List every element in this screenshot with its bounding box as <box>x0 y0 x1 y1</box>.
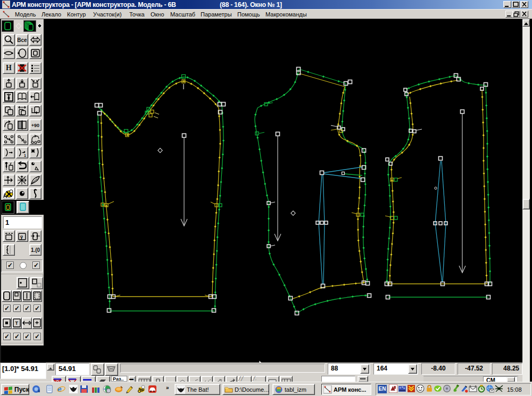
svg-text:T: T <box>15 321 19 326</box>
svg-text:1: 1 <box>24 154 26 157</box>
svg-text:e: e <box>57 385 62 393</box>
svg-text:ÿ: ÿ <box>20 234 23 240</box>
